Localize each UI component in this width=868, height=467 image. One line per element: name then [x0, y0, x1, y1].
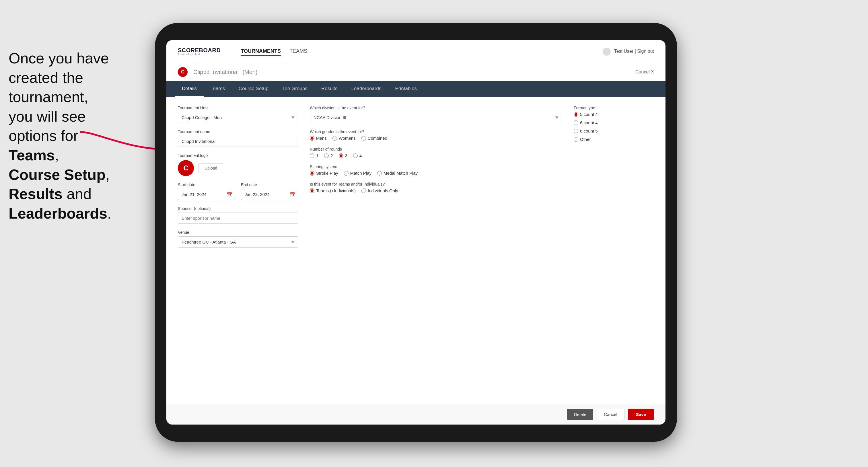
individuals-only-label: Individuals Only — [368, 188, 398, 193]
format-other-label: Other — [580, 137, 591, 142]
format-6count4-row: 6 count 4 — [574, 120, 654, 125]
division-group: Which division is the event for? NCAA Di… — [310, 105, 562, 123]
tournament-name-text: Clippd Invitational — [193, 69, 239, 75]
format-6count5-radio[interactable] — [574, 129, 578, 133]
tab-bar: Details Teams Course Setup Tee Groups Re… — [166, 81, 665, 97]
gender-combined[interactable]: Combined — [362, 136, 387, 141]
teams-plus-label: Teams (+Individuals) — [316, 188, 356, 193]
user-info[interactable]: Test User | Sign out — [603, 48, 654, 56]
bold-leaderboards: Leaderboards — [9, 205, 107, 222]
rounds-2[interactable]: 2 — [324, 153, 333, 158]
date-row: Start date 📅 End date 📅 — [178, 182, 298, 200]
nav-teams[interactable]: TEAMS — [289, 47, 307, 56]
rounds-2-radio[interactable] — [324, 153, 329, 158]
scoring-medal-radio[interactable] — [377, 171, 382, 176]
individuals-only-radio[interactable] — [362, 188, 366, 193]
tab-teams[interactable]: Teams — [204, 81, 232, 97]
tournament-name-header: Clippd Invitational (Men) — [191, 69, 257, 75]
rounds-4-label: 4 — [360, 153, 362, 158]
scoring-stroke[interactable]: Stroke Play — [310, 171, 338, 176]
tournament-name-group: Tournament name — [178, 129, 298, 147]
tab-tee-groups[interactable]: Tee Groups — [275, 81, 314, 97]
tab-printables[interactable]: Printables — [389, 81, 424, 97]
tablet-screen: SCOREBOARD Powered by clipd TOURNAMENTS … — [166, 40, 665, 425]
format-5count4-radio[interactable] — [574, 112, 578, 117]
tab-results[interactable]: Results — [314, 81, 344, 97]
gender-mens[interactable]: Mens — [310, 136, 327, 141]
rounds-4-radio[interactable] — [353, 153, 358, 158]
tab-leaderboards[interactable]: Leaderboards — [344, 81, 389, 97]
scoring-medal[interactable]: Medal Match Play — [377, 171, 417, 176]
nav-tournaments[interactable]: TOURNAMENTS — [241, 47, 281, 56]
scoring-match[interactable]: Match Play — [344, 171, 371, 176]
division-select[interactable]: NCAA Division III — [310, 112, 562, 123]
rounds-group: Number of rounds 1 2 — [310, 147, 562, 158]
tournament-host-label: Tournament Host — [178, 105, 298, 110]
venue-select[interactable]: Peachtree GC - Atlanta - GA — [178, 237, 298, 248]
teams-plus-radio[interactable] — [310, 188, 314, 193]
logo-main-text: SCOREBOARD — [178, 47, 221, 53]
format-other[interactable]: Other — [574, 137, 591, 142]
format-5count4[interactable]: 5 count 4 — [574, 112, 598, 117]
cancel-button[interactable]: Cancel — [597, 409, 624, 420]
sponsor-input[interactable] — [178, 213, 298, 224]
format-other-radio[interactable] — [574, 137, 578, 142]
tournament-logo-icon: C — [178, 67, 188, 77]
end-date-calendar-icon: 📅 — [290, 192, 296, 197]
format-6count5-row: 6 count 5 — [574, 128, 654, 133]
teams-individuals-group: Is this event for Teams and/or Individua… — [310, 182, 562, 193]
delete-button[interactable]: Delete — [567, 409, 593, 420]
cancel-x-button[interactable]: Cancel X — [636, 69, 654, 74]
start-date-label: Start date — [178, 182, 235, 187]
format-6count5[interactable]: 6 count 5 — [574, 128, 598, 133]
format-other-row: Other — [574, 137, 654, 142]
user-avatar-icon — [603, 48, 611, 56]
gender-womens[interactable]: Womens — [333, 136, 356, 141]
sponsor-group: Sponsor (optional) — [178, 206, 298, 224]
scoring-group: Scoring system Stroke Play Match Play — [310, 164, 562, 176]
end-date-label: End date — [241, 182, 298, 187]
tab-course-setup[interactable]: Course Setup — [232, 81, 275, 97]
format-6count4[interactable]: 6 count 4 — [574, 120, 598, 125]
individuals-only[interactable]: Individuals Only — [362, 188, 398, 193]
gender-womens-label: Womens — [339, 136, 356, 141]
save-button[interactable]: Save — [628, 409, 654, 420]
logo-letter: C — [183, 164, 188, 172]
rounds-1[interactable]: 1 — [310, 153, 318, 158]
scoring-radio-group: Stroke Play Match Play Medal Match Play — [310, 171, 562, 176]
logo-preview-circle: C — [178, 160, 194, 176]
tab-details[interactable]: Details — [175, 81, 204, 97]
upload-button[interactable]: Upload — [198, 163, 223, 173]
sponsor-label: Sponsor (optional) — [178, 206, 298, 211]
top-bar: SCOREBOARD Powered by clipd TOURNAMENTS … — [166, 40, 665, 63]
gender-womens-radio[interactable] — [333, 136, 337, 141]
scoring-match-label: Match Play — [350, 171, 371, 176]
division-label: Which division is the event for? — [310, 105, 562, 110]
teams-plus-individuals[interactable]: Teams (+Individuals) — [310, 188, 356, 193]
gender-combined-radio[interactable] — [362, 136, 366, 141]
end-date-wrapper: 📅 — [241, 189, 298, 200]
format-type-label: Format type — [574, 105, 654, 110]
rounds-1-label: 1 — [316, 153, 318, 158]
gender-mens-radio[interactable] — [310, 136, 314, 141]
rounds-2-label: 2 — [331, 153, 333, 158]
rounds-3-radio[interactable] — [339, 153, 343, 158]
action-bar: Delete Cancel Save — [166, 404, 665, 425]
format-6count4-radio[interactable] — [574, 121, 578, 125]
logo-sub-text: Powered by clipd — [178, 53, 221, 56]
tournament-host-select[interactable]: Clippd College - Men — [178, 112, 298, 123]
gender-label: Which gender is the event for? — [310, 129, 562, 134]
rounds-3[interactable]: 3 — [339, 153, 347, 158]
scoring-label: Scoring system — [310, 164, 562, 169]
rounds-1-radio[interactable] — [310, 153, 314, 158]
tournament-name-input[interactable] — [178, 136, 298, 147]
rounds-4[interactable]: 4 — [353, 153, 362, 158]
tournament-gender-tag: (Men) — [242, 69, 257, 75]
start-date-wrapper: 📅 — [178, 189, 235, 200]
scoring-match-radio[interactable] — [344, 171, 348, 176]
scoring-stroke-radio[interactable] — [310, 171, 314, 176]
tablet-frame: SCOREBOARD Powered by clipd TOURNAMENTS … — [155, 23, 677, 442]
format-options-list: 5 count 4 6 count 4 — [574, 112, 654, 142]
user-sign-out-text[interactable]: Test User | Sign out — [614, 49, 654, 54]
venue-label: Venue — [178, 230, 298, 235]
